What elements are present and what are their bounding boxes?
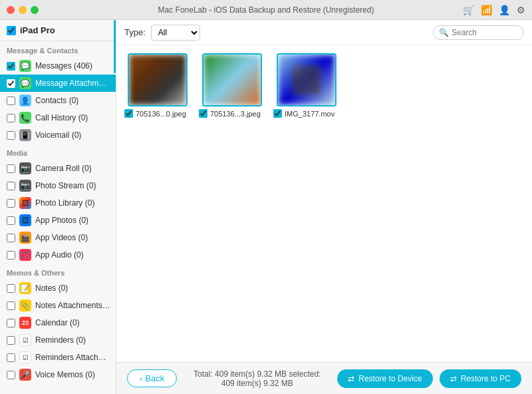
list-item[interactable]: ⬛ IMG_3177.mov [273, 53, 340, 118]
voice-memos-checkbox[interactable] [7, 371, 15, 379]
call-history-checkbox[interactable] [7, 114, 15, 122]
photo-library-label: Photo Library (0) [35, 198, 110, 208]
call-history-icon: 📞 [19, 112, 31, 124]
file-grid: 705136...0.jpeg 705136...3.jpeg ⬛ I [116, 45, 532, 362]
close-button[interactable] [7, 6, 15, 14]
file-name-row: 705136...0.jpeg [124, 109, 191, 118]
file-checkbox[interactable] [199, 109, 207, 118]
section-title-messages: Message & Contacts [0, 41, 116, 57]
reminders-icon: ☑ [19, 334, 31, 346]
person-icon[interactable]: 👤 [499, 5, 510, 15]
notes-attachments-label: Notes Attachments (0) [35, 301, 110, 310]
window-controls[interactable] [7, 6, 39, 14]
content-toolbar: Type: All Images Videos 🔍 [116, 20, 532, 45]
sidebar-item-camera-roll[interactable]: 📷 Camera Roll (0) [0, 160, 116, 177]
sidebar-item-notes[interactable]: 📝 Notes (0) [0, 280, 116, 297]
back-button[interactable]: ‹ Back [127, 369, 177, 387]
minimize-button[interactable] [19, 6, 27, 14]
search-input[interactable] [452, 28, 518, 37]
device-checkbox[interactable] [7, 26, 16, 35]
file-name: 705136...0.jpeg [136, 110, 186, 118]
message-attachments-checkbox[interactable] [7, 79, 15, 88]
restore-device-label: Restore to Device [358, 374, 422, 383]
messages-label: Messages (406) [35, 61, 110, 71]
scroll-indicator [114, 20, 116, 73]
restore-pc-label: Restore to PC [461, 374, 511, 383]
app-audio-checkbox[interactable] [7, 251, 15, 260]
sidebar-item-message-attachments[interactable]: 💬 Message Attachment... [0, 75, 116, 92]
bottom-bar: ‹ Back Total: 409 item(s) 9.32 MB select… [116, 362, 532, 394]
reminders-label: Reminders (0) [35, 335, 110, 345]
sidebar-item-voicemail[interactable]: 📳 Voicemail (0) [0, 126, 116, 144]
photo-stream-label: Photo Stream (0) [35, 181, 110, 190]
restore-device-icon: ⇄ [348, 374, 354, 383]
photo-library-checkbox[interactable] [7, 199, 15, 208]
sidebar-item-reminders[interactable]: ☑ Reminders (0) [0, 331, 116, 349]
content-area: Type: All Images Videos 🔍 705136...0.jpe… [116, 20, 532, 394]
notes-label: Notes (0) [35, 284, 110, 293]
photo-stream-checkbox[interactable] [7, 182, 15, 190]
sidebar-item-call-history[interactable]: 📞 Call History (0) [0, 109, 116, 126]
reminders-attachments-checkbox[interactable] [7, 353, 15, 362]
device-header: iPad Pro [0, 20, 116, 41]
sidebar-item-app-audio[interactable]: 🎵 App Audio (0) [0, 246, 116, 264]
app-videos-checkbox[interactable] [7, 234, 15, 242]
file-checkbox[interactable] [124, 109, 133, 118]
titlebar-icons: 🛒 📶 👤 ⚙ [463, 5, 525, 15]
app-photos-checkbox[interactable] [7, 216, 15, 225]
contacts-checkbox[interactable] [7, 97, 15, 105]
voicemail-label: Voicemail (0) [35, 130, 110, 140]
sidebar-item-photo-stream[interactable]: 📷 Photo Stream (0) [0, 177, 116, 194]
voice-memos-icon: 🎤 [19, 369, 31, 381]
sidebar-item-voice-memos[interactable]: 🎤 Voice Memos (0) [0, 366, 116, 383]
calendar-icon: 23 [19, 317, 31, 329]
sidebar-item-contacts[interactable]: 👤 Contacts (0) [0, 92, 116, 109]
voicemail-icon: 📳 [19, 129, 31, 141]
list-item[interactable]: 705136...0.jpeg [124, 53, 191, 118]
restore-to-device-button[interactable]: ⇄ Restore to Device [337, 369, 432, 388]
cart-icon[interactable]: 🛒 [463, 5, 474, 15]
sidebar: iPad Pro Message & Contacts 💬 Messages (… [0, 20, 116, 394]
section-title-memos: Memos & Others [0, 264, 116, 280]
thumbnail-image: ⬛ [278, 55, 335, 105]
notes-attachments-checkbox[interactable] [7, 301, 15, 310]
sidebar-item-messages[interactable]: 💬 Messages (406) [0, 57, 116, 75]
app-photos-label: App Photos (0) [35, 216, 110, 225]
device-label: iPad Pro [20, 25, 55, 35]
sidebar-item-app-videos[interactable]: 🎬 App Videos (0) [0, 229, 116, 246]
app-videos-icon: 🎬 [19, 232, 31, 244]
thumbnail-image [129, 55, 186, 105]
back-arrow-icon: ‹ [140, 373, 142, 383]
reminders-attachments-label: Reminders Attachme... [35, 353, 110, 362]
app-photos-icon: 🖼 [19, 214, 31, 226]
reminders-checkbox[interactable] [7, 336, 15, 345]
thumbnail-image [203, 55, 261, 105]
messages-icon: 💬 [19, 60, 31, 72]
call-history-label: Call History (0) [35, 113, 110, 122]
voice-memos-label: Voice Memos (0) [35, 370, 110, 379]
settings-icon[interactable]: ⚙ [517, 5, 525, 15]
maximize-button[interactable] [31, 6, 39, 14]
type-select[interactable]: All Images Videos [151, 25, 200, 41]
section-title-media: Media [0, 144, 116, 160]
reminders-attachments-icon: ☑ [19, 351, 31, 363]
notes-checkbox[interactable] [7, 284, 15, 293]
main-layout: iPad Pro Message & Contacts 💬 Messages (… [0, 20, 532, 394]
action-buttons: ⇄ Restore to Device ⇄ Restore to PC [337, 369, 521, 388]
type-label: Type: [124, 27, 146, 37]
sidebar-item-photo-library[interactable]: 🖼 Photo Library (0) [0, 194, 116, 212]
file-thumbnail: ⬛ [277, 53, 336, 106]
sidebar-item-app-photos[interactable]: 🖼 App Photos (0) [0, 212, 116, 229]
sidebar-item-notes-attachments[interactable]: 📎 Notes Attachments (0) [0, 297, 116, 314]
sidebar-item-reminders-attachments[interactable]: ☑ Reminders Attachme... [0, 349, 116, 366]
calendar-checkbox[interactable] [7, 319, 15, 327]
camera-roll-checkbox[interactable] [7, 164, 15, 173]
list-item[interactable]: 705136...3.jpeg [199, 53, 265, 118]
file-checkbox[interactable] [273, 109, 282, 118]
messages-checkbox[interactable] [7, 62, 15, 71]
status-text: Total: 409 item(s) 9.32 MB selected: 409… [188, 369, 327, 388]
sidebar-item-calendar[interactable]: 23 Calendar (0) [0, 314, 116, 331]
contacts-icon: 👤 [19, 95, 31, 106]
restore-to-pc-button[interactable]: ⇄ Restore to PC [440, 369, 521, 388]
voicemail-checkbox[interactable] [7, 131, 15, 140]
